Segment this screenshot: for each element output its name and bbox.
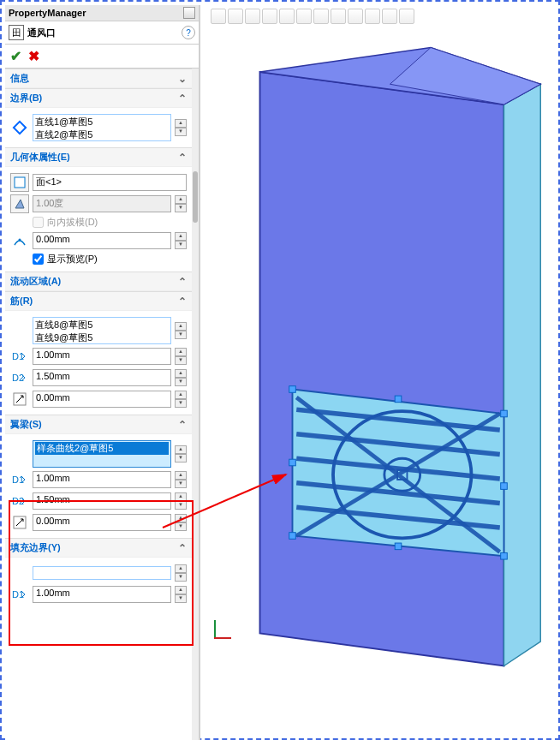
pm-title: PropertyManager (9, 8, 86, 18)
chevron-up-icon: ⌃ (178, 542, 187, 554)
diamond-icon (10, 118, 29, 137)
svg-text:D1: D1 (12, 351, 24, 361)
svg-marker-1 (15, 200, 24, 208)
draft-inward-checkbox (33, 217, 44, 228)
panel-scrollbar[interactable] (192, 69, 199, 740)
offset-input[interactable]: 0.00mm (33, 232, 171, 249)
view-toolbar (211, 7, 545, 26)
toolbar-button[interactable] (296, 9, 312, 24)
draft-input: 1.00度 (33, 195, 171, 212)
svg-rect-29 (501, 483, 508, 490)
help-icon[interactable]: ? (182, 26, 195, 39)
d1-icon: D1 (10, 585, 29, 604)
svg-rect-26 (395, 396, 402, 403)
d3-icon (10, 513, 29, 532)
toolbar-button[interactable] (313, 9, 329, 24)
toolbar-button[interactable] (228, 9, 243, 24)
property-manager-panel: PropertyManager 田 通风口 ? ✔ ✖ 信息⌄ 边界(B)⌃ 直… (5, 5, 200, 740)
section-boundary-header[interactable]: 边界(B)⌃ (5, 88, 192, 108)
chevron-up-icon: ⌃ (178, 276, 187, 288)
chevron-up-icon: ⌃ (178, 152, 187, 164)
face-input[interactable]: 面<1> (33, 174, 187, 191)
offset-icon (10, 231, 29, 250)
section-fill-header[interactable]: 填充边界(Y)⌃ (5, 538, 192, 558)
svg-text:D1: D1 (12, 589, 24, 600)
fill-d1-input[interactable]: 1.00mm (33, 586, 171, 603)
d1-icon: D1 (10, 347, 29, 366)
pin-icon[interactable] (183, 7, 195, 19)
section-spars-header[interactable]: 翼梁(S)⌃ (5, 415, 192, 434)
svg-rect-0 (15, 177, 25, 188)
ribs-d3-input[interactable]: 0.00mm (33, 391, 171, 408)
toolbar-button[interactable] (331, 9, 346, 24)
feature-title: 通风口 (27, 27, 56, 39)
accept-button[interactable]: ✔ (10, 48, 21, 64)
toolbar-button[interactable] (262, 9, 277, 24)
svg-rect-32 (501, 552, 508, 559)
toolbar-button[interactable] (365, 9, 380, 24)
toolbar-button[interactable] (399, 9, 414, 24)
cancel-button[interactable]: ✖ (28, 48, 39, 64)
boundary-spin[interactable]: ▲▼ (175, 119, 187, 136)
toolbar-button[interactable] (245, 9, 260, 24)
svg-text:D1: D1 (12, 474, 24, 485)
chevron-down-icon: ⌄ (178, 73, 187, 85)
model-3d (219, 39, 545, 674)
section-geom-header[interactable]: 几何体属性(E)⌃ (5, 147, 192, 167)
boundary-listbox[interactable]: 直线1@草图5 直线2@草图5 (33, 114, 171, 141)
d1-icon: D1 (10, 470, 29, 489)
ribs-d2-input[interactable]: 1.50mm (33, 369, 171, 386)
svg-rect-30 (289, 533, 296, 540)
chevron-up-icon: ⌃ (178, 295, 187, 307)
spars-d3-input[interactable]: 0.00mm (33, 514, 171, 531)
draft-spin[interactable]: ▲▼ (175, 195, 187, 212)
toolbar-button[interactable] (211, 9, 226, 24)
graphics-view[interactable] (202, 5, 553, 733)
offset-spin[interactable]: ▲▼ (175, 232, 187, 249)
draft-icon[interactable] (10, 194, 29, 213)
vent-feature-icon: 田 (9, 25, 24, 40)
preview-checkbox[interactable] (33, 254, 44, 265)
fill-listbox[interactable] (33, 566, 171, 580)
ribs-d1-input[interactable]: 1.00mm (33, 348, 171, 365)
spars-listbox[interactable]: 样条曲线2@草图5 (33, 440, 171, 468)
svg-marker-11 (504, 84, 541, 665)
spars-d2-input[interactable]: 1.50mm (33, 492, 171, 510)
toolbar-button[interactable] (382, 9, 397, 24)
section-info-header[interactable]: 信息⌄ (5, 69, 192, 88)
section-ribs-header[interactable]: 筋(R)⌃ (5, 291, 192, 311)
face-icon (10, 173, 29, 192)
spars-d1-input[interactable]: 1.00mm (33, 471, 171, 488)
d3-icon (10, 390, 29, 409)
svg-rect-27 (501, 410, 508, 417)
toolbar-button[interactable] (279, 9, 295, 24)
section-flow-header[interactable]: 流动区域(A)⌃ (5, 272, 192, 291)
ribs-listbox[interactable]: 直线8@草图5 直线9@草图5 (33, 317, 171, 344)
svg-rect-25 (289, 386, 296, 393)
chevron-up-icon: ⌃ (178, 419, 187, 431)
chevron-up-icon: ⌃ (178, 92, 187, 104)
d2-icon: D2 (10, 492, 29, 510)
d2-icon: D2 (10, 368, 29, 387)
svg-marker-10 (260, 72, 504, 666)
svg-point-2 (19, 239, 21, 242)
toolbar-button[interactable] (348, 9, 363, 24)
svg-rect-28 (289, 459, 296, 466)
view-triad-icon (207, 613, 233, 639)
svg-text:D2: D2 (12, 496, 24, 506)
svg-text:D2: D2 (12, 373, 24, 383)
svg-rect-31 (395, 543, 402, 550)
ribs-spin[interactable]: ▲▼ (175, 322, 187, 339)
